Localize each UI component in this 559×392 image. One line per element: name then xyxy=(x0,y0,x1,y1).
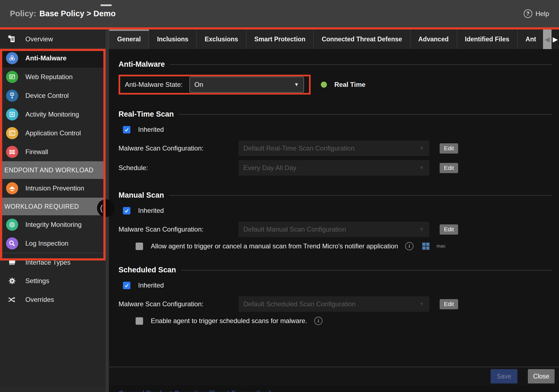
log-inspection-icon xyxy=(6,237,18,249)
rts-inherited-checkbox[interactable] xyxy=(123,126,130,133)
save-button[interactable]: Save xyxy=(491,369,517,383)
section-scheduled-scan-header: Scheduled Scan xyxy=(119,266,552,274)
annotation-state-box: Anti-Malware State: On ▼ xyxy=(119,75,311,95)
anti-malware-state-select[interactable]: On ▼ xyxy=(189,77,304,93)
mac-platform-label: mac xyxy=(437,243,445,249)
section-title: Scheduled Scan xyxy=(119,266,176,274)
ms-malware-scan-config-row: Malware Scan Configuration: Default Manu… xyxy=(119,222,552,237)
rts-msc-edit-button[interactable]: Edit xyxy=(440,143,458,154)
sidebar-item-web-reputation[interactable]: Web Reputation xyxy=(0,68,106,86)
inherited-label: Inherited xyxy=(138,281,164,289)
sidebar-item-log-inspection[interactable]: Log Inspection xyxy=(0,234,106,253)
ss-inherited-checkbox[interactable] xyxy=(123,282,130,289)
inherited-label: Inherited xyxy=(138,126,164,133)
rts-schedule-edit-button[interactable]: Edit xyxy=(440,163,458,173)
sidebar-item-label: Overview xyxy=(25,35,53,43)
gutter-bottom-strip xyxy=(106,385,109,392)
tab-identified-files[interactable]: Identified Files xyxy=(457,29,518,49)
sidebar-item-firewall[interactable]: Firewall xyxy=(0,143,106,161)
rts-malware-scan-config-row: Malware Scan Configuration: Default Real… xyxy=(119,141,552,156)
integrity-monitoring-icon xyxy=(6,219,18,231)
ms-allow-trigger-row: Allow agent to trigger or cancel a manua… xyxy=(136,242,552,250)
tab-advanced[interactable]: Advanced xyxy=(410,29,457,49)
tab-exclusions[interactable]: Exclusions xyxy=(197,29,246,49)
tab-scroll-right-button[interactable]: ▶ xyxy=(552,29,559,49)
tab-general[interactable]: General xyxy=(109,29,149,49)
info-icon[interactable]: i xyxy=(405,242,413,250)
rts-schedule-row: Schedule: Every Day All Day ▼ Edit xyxy=(119,160,552,176)
ms-inherited-checkbox[interactable] xyxy=(123,207,130,214)
web-reputation-icon xyxy=(6,71,18,83)
help-label: Help xyxy=(536,10,549,18)
section-divider xyxy=(170,64,552,65)
device-control-icon xyxy=(6,90,18,102)
sidebar-item-activity-monitoring[interactable]: Activity Monitoring xyxy=(0,105,106,124)
tab-smart-protection[interactable]: Smart Protection xyxy=(246,29,314,49)
gutter-handle-nub[interactable] xyxy=(101,4,112,6)
sidebar-item-label: Device Control xyxy=(25,92,69,100)
status-label: Real Time xyxy=(334,81,366,88)
sidebar: Overview Anti-Malware Web Reputation Dev… xyxy=(0,29,106,385)
chevron-down-icon: ▼ xyxy=(419,165,424,171)
anti-malware-state-row: Anti-Malware State: On ▼ Real Time xyxy=(119,75,552,95)
sidebar-item-overview[interactable]: Overview xyxy=(0,29,106,49)
section-anti-malware-header: Anti-Malware xyxy=(119,60,552,69)
anti-malware-icon xyxy=(6,52,18,64)
sidebar-item-label: Settings xyxy=(25,277,49,285)
sidebar-item-integrity-monitoring[interactable]: Integrity Monitoring xyxy=(0,215,106,234)
close-button[interactable]: Close xyxy=(528,369,555,383)
windows-icon xyxy=(422,243,429,250)
section-title: Real-Time Scan xyxy=(119,110,174,119)
sidebar-collapse-handle[interactable]: ( xyxy=(97,199,115,217)
rts-schedule-select: Every Day All Day ▼ xyxy=(238,160,429,176)
ms-malware-scan-config-select: Default Manual Scan Configuration ▼ xyxy=(238,222,429,237)
sidebar-item-anti-malware[interactable]: Anti-Malware xyxy=(0,49,106,68)
tab-bar: General Inclusions Exclusions Smart Prot… xyxy=(109,29,559,49)
tab-connected-threat-defense[interactable]: Connected Threat Defense xyxy=(314,29,410,49)
sidebar-item-label: Log Inspection xyxy=(25,240,68,247)
info-icon[interactable]: i xyxy=(314,317,322,325)
section-real-time-scan-header: Real-Time Scan xyxy=(119,110,552,119)
sidebar-item-device-control[interactable]: Device Control xyxy=(0,86,106,105)
sidebar-item-settings[interactable]: Settings xyxy=(0,272,106,290)
status-dot xyxy=(321,82,327,88)
help-button[interactable]: ? Help xyxy=(524,9,549,18)
chevron-down-icon: ▼ xyxy=(294,82,299,88)
sidebar-item-label: Application Control xyxy=(25,129,81,137)
section-title: Manual Scan xyxy=(119,191,164,200)
section-divider xyxy=(169,195,552,196)
sidebar-item-label: Web Reputation xyxy=(25,73,73,81)
sidebar-item-intrusion-prevention[interactable]: Intrusion Prevention xyxy=(0,179,106,198)
overview-icon xyxy=(6,33,18,45)
main-panel: General Inclusions Exclusions Smart Prot… xyxy=(109,29,559,385)
sidebar-band-label: WORKLOAD REQUIRED xyxy=(4,203,79,210)
sidebar-item-application-control[interactable]: Application Control xyxy=(0,124,106,143)
ss-msc-edit-button[interactable]: Edit xyxy=(440,299,458,309)
rts-inherited-row: Inherited xyxy=(123,126,552,133)
sidebar-item-interface-types[interactable]: Interface Types xyxy=(0,253,106,272)
ms-allow-trigger-checkbox[interactable] xyxy=(136,243,143,250)
tab-scroll-left-button[interactable]: ◀ xyxy=(543,29,552,49)
bottom-clipped-strip: General Product Operation (Event Forward… xyxy=(0,385,559,392)
ss-enable-trigger-row: Enable agent to trigger scheduled scans … xyxy=(136,317,552,325)
sidebar-band-workload-required: WORKLOAD REQUIRED xyxy=(0,198,106,215)
section-title: Anti-Malware xyxy=(119,60,165,69)
bottom-partial-text: General Product Operation (Event Forward… xyxy=(119,389,271,392)
content-panel: Anti-Malware Anti-Malware State: On ▼ Re… xyxy=(109,49,559,392)
firewall-icon xyxy=(6,146,18,158)
rts-malware-scan-config-select: Default Real-Time Scan Configuration ▼ xyxy=(238,141,429,156)
sidebar-item-label: Activity Monitoring xyxy=(25,111,79,118)
section-divider xyxy=(179,114,552,115)
ms-msc-edit-button[interactable]: Edit xyxy=(440,224,458,235)
collapse-icon: ( xyxy=(100,203,103,213)
ss-inherited-row: Inherited xyxy=(123,281,552,289)
ss-malware-scan-config-select: Default Scheduled Scan Configuration ▼ xyxy=(238,296,429,312)
shuffle-icon xyxy=(6,294,18,306)
ms-inherited-row: Inherited xyxy=(123,207,552,214)
tab-inclusions[interactable]: Inclusions xyxy=(149,29,197,49)
ss-enable-trigger-checkbox[interactable] xyxy=(136,317,143,325)
sidebar-item-overrides[interactable]: Overrides xyxy=(0,290,106,309)
tab-anti-truncated[interactable]: Ant xyxy=(518,29,543,49)
section-manual-scan-header: Manual Scan xyxy=(119,191,552,200)
chevron-down-icon: ▼ xyxy=(419,301,424,307)
